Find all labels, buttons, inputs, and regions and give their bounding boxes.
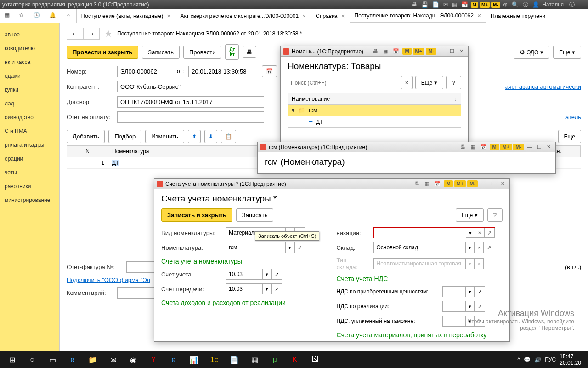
- close-icon[interactable]: ×: [477, 12, 481, 19]
- sidebar-item[interactable]: рплата и кадры: [0, 138, 59, 152]
- open-icon[interactable]: ↗: [484, 242, 494, 253]
- sidebar-item[interactable]: четы: [0, 166, 59, 179]
- print-icon[interactable]: 🖶: [410, 1, 418, 8]
- close-icon[interactable]: ✕: [498, 180, 507, 187]
- minimize-icon[interactable]: —: [577, 1, 586, 8]
- close-icon[interactable]: ✕: [544, 144, 553, 150]
- calendar-icon[interactable]: 📅: [478, 144, 489, 150]
- info-icon[interactable]: ⓘ: [521, 1, 530, 9]
- home-tab[interactable]: ⌂: [61, 9, 77, 23]
- calendar-icon[interactable]: 📅: [262, 65, 277, 77]
- edge-icon[interactable]: e: [63, 352, 82, 367]
- more-button[interactable]: Еще: [558, 130, 581, 143]
- clock[interactable]: 15:4720.01.20: [560, 353, 581, 366]
- search-icon[interactable]: ○: [23, 352, 42, 367]
- help-icon[interactable]: ⓘ: [568, 1, 576, 9]
- tree-item-gsm[interactable]: ▾ 📁 гсм: [288, 105, 461, 116]
- print-icon[interactable]: 🖶: [371, 48, 380, 55]
- add-button[interactable]: Добавить: [67, 130, 105, 143]
- taskview-icon[interactable]: ▭: [43, 352, 62, 367]
- dropdown-icon[interactable]: ▾: [465, 316, 475, 327]
- history-icon[interactable]: 🕓: [28, 9, 45, 23]
- close-icon[interactable]: ×: [302, 12, 306, 20]
- sidebar-item[interactable]: авное: [0, 28, 59, 41]
- date-input[interactable]: [188, 66, 257, 77]
- bell-icon[interactable]: 🔔: [45, 9, 61, 23]
- minimize-icon[interactable]: —: [437, 48, 447, 55]
- sender-link[interactable]: атель: [565, 114, 581, 121]
- start-button[interactable]: ⊞: [2, 352, 22, 367]
- mail-icon[interactable]: ✉: [103, 352, 123, 367]
- sidebar-item[interactable]: С и НМА: [0, 124, 59, 138]
- tab-help[interactable]: Справка×: [311, 9, 350, 23]
- invoice-input[interactable]: [117, 111, 264, 123]
- grid-icon[interactable]: ▦: [468, 144, 477, 150]
- post-button[interactable]: Провести: [183, 46, 222, 59]
- sidebar-item[interactable]: равочники: [0, 179, 59, 193]
- volume-icon[interactable]: 🔊: [534, 356, 541, 363]
- calendar-icon[interactable]: 📅: [390, 48, 401, 55]
- grid-icon[interactable]: ▦: [451, 1, 458, 8]
- print-icon[interactable]: 🖶: [458, 144, 468, 150]
- app1-icon[interactable]: 📊: [184, 352, 204, 367]
- more-button[interactable]: Еще ▾: [553, 46, 581, 59]
- help-button[interactable]: ?: [487, 208, 503, 222]
- m-icon[interactable]: M: [402, 48, 411, 55]
- minimize-icon[interactable]: —: [479, 180, 488, 187]
- open-icon[interactable]: ↗: [271, 283, 282, 294]
- more-button[interactable]: Еще ▾: [456, 208, 484, 222]
- action-center-icon[interactable]: 💬: [524, 356, 531, 363]
- move-down-icon[interactable]: ⬇: [204, 130, 217, 143]
- print-icon[interactable]: 🖶: [243, 46, 256, 58]
- nav-back-button[interactable]: ←: [67, 28, 83, 40]
- open-icon[interactable]: ↗: [475, 286, 485, 297]
- sidebar-item[interactable]: нк и касса: [0, 55, 59, 69]
- contractor-input[interactable]: [117, 81, 264, 92]
- maximize-icon[interactable]: ☐: [489, 180, 498, 187]
- zoom-icon[interactable]: 🔍: [510, 1, 520, 8]
- dtKt-icon[interactable]: ДтКт: [225, 44, 239, 60]
- tab-reconciliation[interactable]: Акт сверки расчетов с контраге...ЭЛ00-00…: [175, 9, 311, 23]
- tab-goods-receipt[interactable]: Поступление товаров: Накладн...ЭЛ00-0000…: [350, 9, 486, 23]
- tray-up-icon[interactable]: ^: [518, 356, 520, 363]
- chrome-icon[interactable]: ◉: [124, 352, 143, 367]
- help-button[interactable]: ?: [446, 76, 461, 89]
- m-plus-icon[interactable]: M+: [413, 48, 425, 55]
- tree-header[interactable]: Наименование↓: [288, 93, 461, 105]
- grid-icon[interactable]: ▦: [422, 180, 431, 187]
- search-input[interactable]: [288, 76, 398, 89]
- sidebar-item[interactable]: министрирование: [0, 193, 59, 207]
- nds2-input[interactable]: [442, 301, 465, 312]
- maximize-icon[interactable]: ☐: [535, 144, 544, 150]
- zoom-in-icon[interactable]: ⊕: [502, 1, 509, 8]
- open-icon[interactable]: ↗: [484, 228, 495, 238]
- minimize-icon[interactable]: —: [525, 144, 534, 150]
- sidebar-item[interactable]: ерации: [0, 152, 59, 166]
- select-button[interactable]: Подбор: [108, 130, 141, 143]
- dropdown-icon[interactable]: ▾: [262, 269, 271, 280]
- open-icon[interactable]: ↗: [294, 242, 305, 253]
- explorer-icon[interactable]: 📁: [83, 352, 102, 367]
- m-plus-icon[interactable]: M+: [500, 144, 512, 150]
- nds3-input[interactable]: [442, 316, 465, 327]
- close-icon[interactable]: ×: [167, 12, 170, 20]
- m-icon[interactable]: M: [471, 2, 478, 8]
- print-icon[interactable]: 🖶: [412, 180, 422, 187]
- dropdown-icon[interactable]: ▾: [466, 228, 475, 238]
- app2-icon[interactable]: 📄: [225, 352, 244, 367]
- save-icon[interactable]: 💾: [420, 1, 430, 8]
- sidebar-item[interactable]: оизводство: [0, 110, 59, 124]
- dropdown-icon[interactable]: ▾: [285, 242, 294, 253]
- nav-forward-button[interactable]: →: [83, 28, 100, 40]
- favorite-star-icon[interactable]: ★: [104, 28, 113, 39]
- m-minus-icon[interactable]: M-: [491, 2, 500, 8]
- clear-icon[interactable]: ×: [475, 242, 484, 253]
- number-input[interactable]: [117, 66, 172, 77]
- m-plus-icon[interactable]: M+: [480, 2, 490, 8]
- edo-button[interactable]: ⚙ ЭДО ▾: [514, 46, 549, 59]
- acc-input[interactable]: [226, 269, 262, 280]
- dropdown-icon[interactable]: ▾: [465, 242, 475, 253]
- nds1-input[interactable]: [442, 286, 465, 297]
- open-icon[interactable]: ↗: [271, 269, 282, 280]
- sidebar-item[interactable]: купки: [0, 83, 59, 97]
